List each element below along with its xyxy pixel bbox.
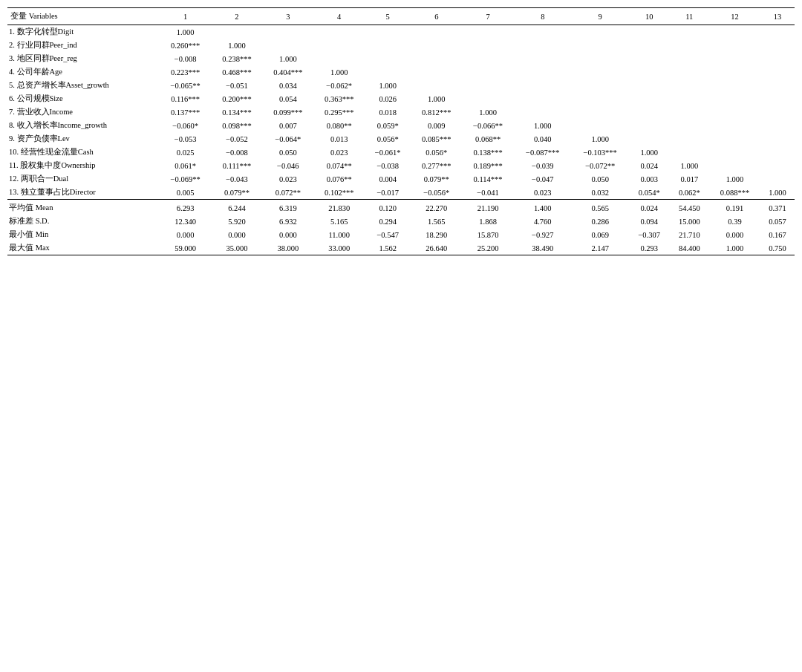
stat-cell-1-6: 1.868 [462, 215, 514, 228]
cell-11-11: 1.000 [709, 172, 760, 186]
var-label: 2. 行业同群Peer_ind [7, 39, 160, 52]
cell-5-3: 0.363*** [313, 92, 365, 105]
stat-cell-0-5: 22.270 [411, 200, 462, 215]
stat-cell-1-0: 12.340 [160, 215, 212, 228]
var-label: 10. 经营性现金流量Cash [7, 146, 160, 159]
cell-12-10: 0.062* [670, 186, 710, 200]
stat-cell-0-6: 21.190 [462, 200, 514, 215]
cell-0-4 [365, 25, 411, 39]
cell-7-12 [760, 119, 795, 132]
cell-4-6 [462, 79, 514, 92]
cell-10-3: 0.074** [313, 159, 365, 172]
col-header-1: 1 [160, 8, 212, 25]
cell-7-3: 0.080** [313, 119, 365, 132]
cell-6-1: 0.134*** [212, 105, 263, 119]
cell-12-0: 0.005 [160, 186, 212, 200]
cell-5-4: 0.026 [365, 92, 411, 105]
cell-6-6: 1.000 [462, 105, 514, 119]
stat-cell-2-11: 0.000 [709, 228, 760, 241]
cell-4-10 [670, 79, 710, 92]
var-label: 12. 两职合一Dual [7, 172, 160, 186]
table-row: 13. 独立董事占比Director0.0050.079**0.072**0.1… [7, 186, 795, 200]
cell-7-2: 0.007 [262, 119, 313, 132]
cell-2-2: 1.000 [262, 52, 313, 65]
stat-cell-1-2: 6.932 [262, 215, 313, 228]
cell-4-3: −0.062* [313, 79, 365, 92]
stat-cell-0-3: 21.830 [313, 200, 365, 215]
cell-8-0: −0.053 [160, 132, 212, 146]
cell-11-0: −0.069** [160, 172, 212, 186]
cell-7-11 [709, 119, 760, 132]
cell-1-2 [262, 39, 313, 52]
cell-11-6: 0.114*** [462, 172, 514, 186]
var-label: 11. 股权集中度Ownership [7, 159, 160, 172]
cell-5-9 [629, 92, 670, 105]
cell-6-12 [760, 105, 795, 119]
stat-cell-0-11: 0.191 [709, 200, 760, 215]
stat-cell-3-5: 26.640 [411, 241, 462, 255]
stat-cell-3-6: 25.200 [462, 241, 514, 255]
table-row: 5. 总资产增长率Asset_growth−0.065**−0.0510.034… [7, 79, 795, 92]
stat-cell-1-5: 1.565 [411, 215, 462, 228]
col-header-5: 5 [365, 8, 411, 25]
cell-1-5 [411, 39, 462, 52]
cell-11-5: 0.079** [411, 172, 462, 186]
stat-row: 最大值 Max59.00035.00038.00033.0001.56226.6… [7, 241, 795, 255]
cell-2-8 [571, 52, 628, 65]
var-label: 7. 营业收入Income [7, 105, 160, 119]
stat-row: 标准差 S.D.12.3405.9206.9325.1650.2941.5651… [7, 215, 795, 228]
stat-cell-1-8: 0.286 [571, 215, 628, 228]
cell-10-9: 0.024 [629, 159, 670, 172]
cell-5-11 [709, 92, 760, 105]
col-header-4: 4 [313, 8, 365, 25]
cell-4-5 [411, 79, 462, 92]
cell-3-3: 1.000 [313, 65, 365, 79]
var-label: 5. 总资产增长率Asset_growth [7, 79, 160, 92]
stat-cell-3-11: 1.000 [709, 241, 760, 255]
cell-9-7: −0.087*** [514, 146, 571, 159]
cell-12-11: 0.088*** [709, 186, 760, 200]
table-row: 7. 营业收入Income0.137***0.134***0.099***0.2… [7, 105, 795, 119]
cell-12-9: 0.054* [629, 186, 670, 200]
cell-7-0: −0.060* [160, 119, 212, 132]
stat-row: 最小值 Min0.0000.0000.00011.000−0.54718.290… [7, 228, 795, 241]
cell-10-7: −0.039 [514, 159, 571, 172]
stat-cell-1-10: 15.000 [670, 215, 710, 228]
stat-cell-2-4: −0.547 [365, 228, 411, 241]
cell-3-8 [571, 65, 628, 79]
cell-1-1: 1.000 [212, 39, 263, 52]
cell-12-1: 0.079** [212, 186, 263, 200]
cell-10-8: −0.072** [571, 159, 628, 172]
cell-3-7 [514, 65, 571, 79]
cell-11-10: 0.017 [670, 172, 710, 186]
cell-12-2: 0.072** [262, 186, 313, 200]
col-header-11: 11 [670, 8, 710, 25]
cell-9-1: −0.008 [212, 146, 263, 159]
table-row: 10. 经营性现金流量Cash0.025−0.0080.0500.023−0.0… [7, 146, 795, 159]
stat-cell-0-2: 6.319 [262, 200, 313, 215]
var-label: 6. 公司规模Size [7, 92, 160, 105]
cell-9-12 [760, 146, 795, 159]
cell-8-4: 0.056* [365, 132, 411, 146]
stat-cell-3-9: 0.293 [629, 241, 670, 255]
cell-1-7 [514, 39, 571, 52]
cell-12-12: 1.000 [760, 186, 795, 200]
stat-cell-0-1: 6.244 [212, 200, 263, 215]
cell-12-4: −0.017 [365, 186, 411, 200]
var-label: 1. 数字化转型Digit [7, 25, 160, 39]
stat-cell-3-3: 33.000 [313, 241, 365, 255]
stat-cell-3-2: 38.000 [262, 241, 313, 255]
cell-9-10 [670, 146, 710, 159]
cell-5-7 [514, 92, 571, 105]
stat-cell-0-4: 0.120 [365, 200, 411, 215]
cell-8-1: −0.052 [212, 132, 263, 146]
cell-8-11 [709, 132, 760, 146]
cell-2-4 [365, 52, 411, 65]
cell-0-10 [670, 25, 710, 39]
cell-4-2: 0.034 [262, 79, 313, 92]
cell-10-6: 0.189*** [462, 159, 514, 172]
stat-cell-1-12: 0.057 [760, 215, 795, 228]
cell-7-10 [670, 119, 710, 132]
cell-6-10 [670, 105, 710, 119]
cell-2-9 [629, 52, 670, 65]
